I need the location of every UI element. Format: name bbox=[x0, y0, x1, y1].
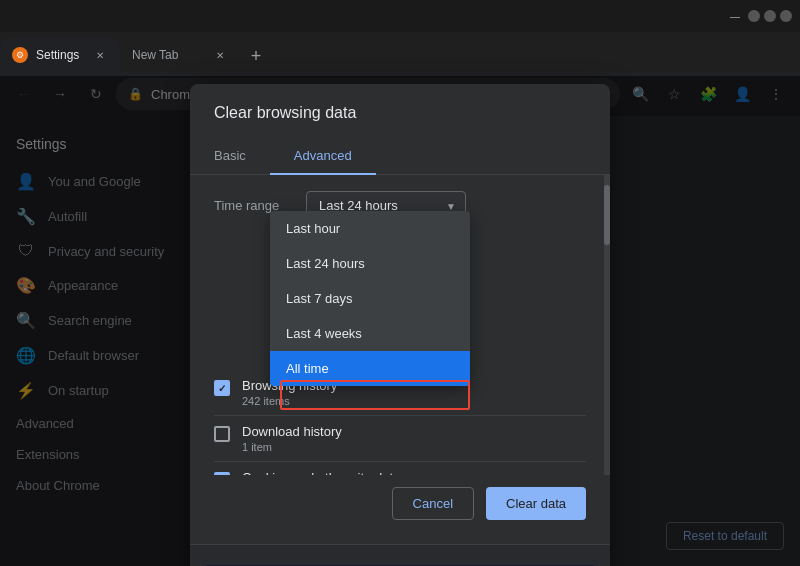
modal-overlay: Clear browsing data Basic Advanced Time … bbox=[0, 76, 800, 566]
checkbox-download-history[interactable] bbox=[214, 426, 230, 442]
new-tab-button[interactable]: + bbox=[240, 40, 272, 72]
tab-settings-close[interactable]: ✕ bbox=[92, 47, 108, 63]
dropdown-item-last-24-hours[interactable]: Last 24 hours bbox=[270, 246, 470, 281]
checkbox-cookies[interactable]: ✓ bbox=[214, 472, 230, 475]
dialog-title: Clear browsing data bbox=[190, 84, 610, 122]
tab-new-tab-label: New Tab bbox=[132, 48, 178, 62]
check-item-subtitle-download: 1 item bbox=[242, 441, 342, 453]
dropdown-item-all-time[interactable]: All time bbox=[270, 351, 470, 386]
close-button[interactable] bbox=[780, 10, 792, 22]
clear-data-button[interactable]: Clear data bbox=[486, 487, 586, 520]
bottom-info-section: To clear browsing data from this device … bbox=[190, 544, 610, 566]
check-item-title-download: Download history bbox=[242, 424, 342, 439]
checkbox-browsing-history[interactable]: ✓ bbox=[214, 380, 230, 396]
settings-tab-icon: ⚙ bbox=[12, 47, 28, 63]
dialog-tab-advanced[interactable]: Advanced bbox=[270, 138, 376, 175]
check-item-cookies: ✓ Cookies and other site data From 2... … bbox=[214, 462, 586, 475]
page-wrapper: — ⚙ Settings ✕ New Tab ✕ + ← → ↻ 🔒 Chrom… bbox=[0, 0, 800, 566]
check-item-subtitle-browsing: 242 items bbox=[242, 395, 337, 407]
check-mark: ✓ bbox=[218, 383, 226, 394]
tab-settings[interactable]: ⚙ Settings ✕ bbox=[0, 38, 120, 72]
clear-browsing-data-dialog: Clear browsing data Basic Advanced Time … bbox=[190, 84, 610, 566]
time-range-dropdown: Last hour Last 24 hours Last 7 days Last… bbox=[270, 211, 470, 386]
tab-new-tab[interactable]: New Tab ✕ bbox=[120, 38, 240, 72]
minimize-button[interactable] bbox=[748, 10, 760, 22]
dialog-body: Time range Last hour Last 24 hours Last … bbox=[190, 175, 610, 475]
check-item-text-download: Download history 1 item bbox=[242, 424, 342, 453]
dialog-tab-basic[interactable]: Basic bbox=[190, 138, 270, 175]
maximize-button[interactable] bbox=[764, 10, 776, 22]
title-bar: — bbox=[0, 0, 800, 32]
dialog-tab-bar: Basic Advanced bbox=[190, 138, 610, 175]
dialog-footer: Cancel Clear data bbox=[190, 475, 610, 536]
check-item-title-cookies: Cookies and other site data bbox=[242, 470, 400, 475]
dropdown-item-last-7-days[interactable]: Last 7 days bbox=[270, 281, 470, 316]
check-item-download-history: Download history 1 item bbox=[214, 416, 586, 462]
tab-new-tab-close[interactable]: ✕ bbox=[212, 47, 228, 63]
scroll-bar[interactable] bbox=[604, 175, 610, 475]
tab-bar: ⚙ Settings ✕ New Tab ✕ + bbox=[0, 32, 800, 72]
check-mark-cookies: ✓ bbox=[218, 475, 226, 476]
window-title: — bbox=[730, 11, 740, 22]
check-item-text-cookies: Cookies and other site data From 2... (y… bbox=[242, 470, 400, 475]
dropdown-item-last-4-weeks[interactable]: Last 4 weeks bbox=[270, 316, 470, 351]
cancel-button[interactable]: Cancel bbox=[392, 487, 474, 520]
dropdown-item-last-hour[interactable]: Last hour bbox=[270, 211, 470, 246]
window-controls bbox=[748, 10, 792, 22]
tab-settings-label: Settings bbox=[36, 48, 79, 62]
scroll-thumb[interactable] bbox=[604, 185, 610, 245]
